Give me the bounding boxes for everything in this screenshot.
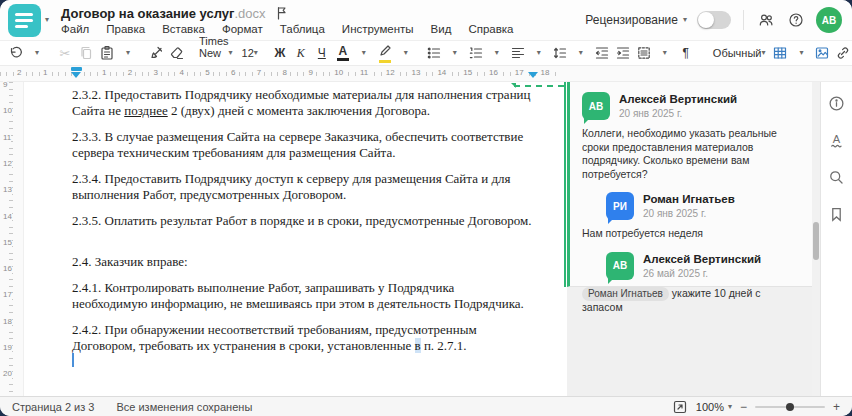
paragraph-settings-button[interactable]	[634, 42, 654, 64]
menu-help[interactable]: Справка	[468, 23, 513, 35]
line-spacing-dropdown[interactable]: ▾	[571, 42, 591, 64]
doc-paragraph[interactable]: 2.3.5. Оплатить результат Работ в порядк…	[72, 213, 532, 229]
paste-button[interactable]	[97, 42, 117, 64]
align-button[interactable]	[508, 42, 528, 64]
numbered-list-dropdown[interactable]: ▾	[487, 42, 507, 64]
menu-format[interactable]: Формат	[222, 23, 263, 35]
bullet-list-dropdown[interactable]: ▾	[445, 42, 465, 64]
spellcheck-icon: А	[828, 132, 845, 149]
comment[interactable]: АВ Алексей Вертинский 20 янв 2025 г. Кол…	[582, 92, 802, 181]
horizontal-ruler[interactable]: 21123456789101112131415161718	[0, 66, 852, 82]
highlight-dropdown[interactable]: ▾	[396, 42, 416, 64]
zoom-slider[interactable]	[755, 406, 825, 408]
decrease-indent-button[interactable]	[592, 42, 612, 64]
ruler-number: 13	[410, 68, 423, 77]
comments-scrollbar[interactable]	[812, 82, 820, 396]
show-paragraph-marks-button[interactable]: ¶	[676, 42, 696, 64]
menu-file[interactable]: Файл	[61, 23, 89, 35]
font-color-button[interactable]: А	[333, 42, 353, 64]
flag-icon[interactable]	[274, 5, 290, 21]
help-button[interactable]	[786, 10, 806, 30]
outdent-icon	[594, 45, 610, 61]
right-indent-marker[interactable]	[528, 72, 538, 78]
insert-image-button[interactable]	[812, 42, 832, 64]
comment-author: Алексей Вертинский	[643, 252, 761, 265]
document-info-button[interactable]	[828, 94, 846, 112]
copy-button[interactable]	[76, 42, 96, 64]
ruler-number: 9	[3, 79, 7, 90]
zoom-slider-knob[interactable]	[786, 403, 794, 411]
ruler-number: 18	[3, 316, 12, 327]
menu-edit[interactable]: Правка	[106, 23, 145, 35]
menu-view[interactable]: Вид	[431, 23, 452, 35]
doc-paragraph[interactable]: 2.4.1. Контролировать выполнение Работ, …	[72, 280, 532, 311]
review-toggle[interactable]	[697, 11, 731, 29]
underlined-text[interactable]: позднее	[124, 103, 167, 118]
zoom-select[interactable]: 100%▾	[696, 401, 732, 413]
collaborators-button[interactable]	[756, 10, 776, 30]
zoom-in-button[interactable]: +	[833, 400, 840, 414]
paragraph-settings-dropdown[interactable]: ▾	[655, 42, 675, 64]
clear-style-button[interactable]	[167, 42, 187, 64]
menu-tools[interactable]: Инструменты	[342, 23, 414, 35]
question-icon	[788, 12, 804, 28]
cut-button[interactable]: ✂	[55, 42, 75, 64]
increase-indent-button[interactable]	[613, 42, 633, 64]
font-color-dropdown[interactable]: ▾	[354, 42, 374, 64]
bullet-list-button[interactable]	[424, 42, 444, 64]
bold-button[interactable]: Ж	[270, 42, 290, 64]
left-indent-marker[interactable]	[71, 72, 81, 78]
comment-reply[interactable]: РИ Роман Игнатьев 20 янв 2025 г. Нам пот…	[606, 192, 802, 241]
mention-chip[interactable]: Роман Игнатьев	[582, 287, 669, 301]
align-dropdown[interactable]: ▾	[529, 42, 549, 64]
highlight-button[interactable]	[375, 42, 395, 64]
ruler-number: 7	[255, 68, 263, 77]
font-size-select[interactable]: 12▾	[238, 47, 262, 59]
text-cursor	[72, 353, 74, 367]
line-spacing-button[interactable]	[550, 42, 570, 64]
table-icon	[772, 45, 788, 61]
doc-paragraph[interactable]: 2.3.2. Предоставить Подрядчику необходим…	[72, 87, 532, 118]
fit-width-button[interactable]	[672, 399, 688, 415]
ruler-number: 12	[384, 68, 397, 77]
ruler-number: 15	[3, 237, 12, 248]
scissors-icon: ✂	[60, 46, 71, 61]
comment-thread[interactable]: АВ Алексей Вертинский 20 янв 2025 г. Кол…	[567, 82, 812, 287]
menu-insert[interactable]: Вставка	[162, 23, 205, 35]
format-painter-button[interactable]	[146, 42, 166, 64]
insert-table-button[interactable]	[770, 42, 790, 64]
doc-paragraph[interactable]: 2.4.2. При обнаружении несоответствий тр…	[72, 322, 532, 353]
doc-paragraph[interactable]: 2.3.4. Предоставить Подрядчику доступ к …	[72, 171, 532, 202]
page-indicator[interactable]: Страница 2 из 3	[12, 401, 94, 413]
user-avatar[interactable]: АВ	[816, 7, 842, 33]
ruler-number: 5	[203, 68, 211, 77]
scrollbar-thumb[interactable]	[813, 222, 819, 260]
insert-link-button[interactable]	[833, 42, 852, 64]
search-button[interactable]	[828, 168, 846, 186]
menu-table[interactable]: Таблица	[280, 23, 325, 35]
paste-dropdown[interactable]: ▾	[118, 42, 138, 64]
undo-button[interactable]	[6, 42, 26, 64]
review-mode-dropdown[interactable]: Рецензирование▾	[585, 13, 687, 27]
doc-paragraph[interactable]: 2.3.3. В случае размещения Сайта на серв…	[72, 129, 532, 160]
vertical-ruler[interactable]: 91011121314151617181920	[0, 82, 24, 396]
paste-icon	[99, 45, 115, 61]
app-menu-button[interactable]: ▾	[8, 4, 49, 37]
document-page[interactable]: 2.3.2. Предоставить Подрядчику необходим…	[24, 82, 567, 396]
empty-line[interactable]	[72, 240, 534, 254]
ruler-number: 17	[3, 289, 12, 300]
insert-table-dropdown[interactable]: ▾	[791, 42, 811, 64]
spellcheck-button[interactable]: А	[828, 131, 846, 149]
first-line-indent-marker[interactable]	[71, 67, 82, 71]
numbered-list-button[interactable]	[466, 42, 486, 64]
italic-button[interactable]: К	[291, 42, 311, 64]
ruler-number: 11	[358, 68, 370, 77]
undo-dropdown[interactable]: ▾	[27, 42, 47, 64]
zoom-out-button[interactable]: −	[740, 400, 747, 414]
document-title: Договор на оказание услуг.docx	[61, 6, 266, 21]
underline-button[interactable]: Ч	[312, 42, 332, 64]
comment-reply[interactable]: АВ Алексей Вертинский 26 май 2025 г. Ром…	[606, 252, 802, 315]
bookmarks-button[interactable]	[828, 205, 846, 223]
doc-paragraph[interactable]: 2.4. Заказчик вправе:	[72, 254, 532, 270]
paragraph-style-select[interactable]: Обычный▾	[709, 47, 770, 59]
